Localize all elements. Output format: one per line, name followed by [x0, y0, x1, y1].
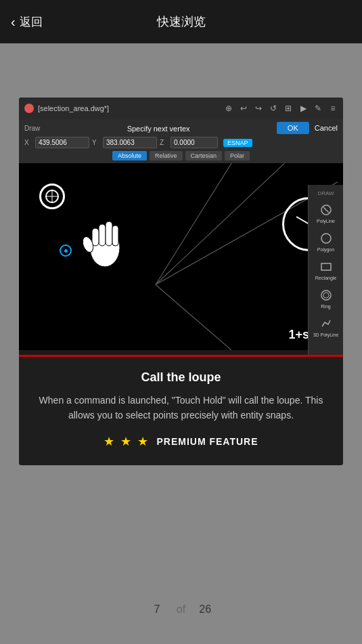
main-content: [selection_area.dwg*] ⊕ ↩ ↪ ↺ ⊞ ▶ ✎ ≡ Dr…: [0, 43, 362, 644]
snap-point-indicator: [60, 244, 72, 257]
premium-label: PREMIUM FEATURE: [156, 436, 258, 447]
svg-rect-7: [112, 226, 118, 246]
grid-icon[interactable]: ⊞: [284, 104, 293, 113]
toolbar-polygon[interactable]: Polygon: [309, 228, 343, 255]
back-arrow-icon: ‹: [11, 14, 16, 30]
svg-rect-5: [99, 224, 106, 246]
svg-line-3: [156, 284, 231, 350]
loupe-icon: [39, 184, 76, 221]
mode-polar[interactable]: Polar: [225, 151, 250, 160]
x-input[interactable]: [35, 137, 89, 148]
toolbar-ring[interactable]: Ring: [309, 284, 343, 312]
info-section: Call the loupe When a command is launche…: [19, 355, 343, 465]
polyline3d-label: 3D PolyLine: [313, 332, 339, 337]
total-pages: 26: [192, 597, 218, 622]
cad-interface: [selection_area.dwg*] ⊕ ↩ ↪ ↺ ⊞ ▶ ✎ ≡ Dr…: [19, 98, 343, 355]
esnap-button[interactable]: ESNAP: [223, 139, 252, 147]
move-icon[interactable]: ⊕: [224, 104, 233, 113]
svg-rect-6: [106, 221, 112, 246]
cad-filename: [selection_area.dwg*]: [38, 104, 220, 112]
redo-icon[interactable]: ↪: [254, 104, 263, 113]
polygon-icon: [318, 230, 334, 246]
nav-title: 快速浏览: [157, 14, 206, 30]
cancel-button[interactable]: Cancel: [315, 122, 338, 134]
draw-label: Draw: [24, 125, 40, 132]
ring-icon: [318, 287, 334, 303]
draw-section-label: Draw: [317, 190, 334, 196]
coord-row: Draw Specify next vertex OK Cancel X Y Z…: [19, 119, 343, 163]
loupe-inner: [45, 190, 59, 203]
polyline-label: PolyLine: [317, 219, 335, 223]
toolbar-polyline3d[interactable]: 3D PolyLine: [309, 313, 343, 340]
svg-rect-13: [321, 263, 331, 270]
mode-relative[interactable]: Relative: [150, 151, 183, 160]
svg-point-15: [323, 293, 329, 298]
cad-toolbar-icons: ⊕ ↩ ↪ ↺ ⊞ ▶ ✎ ≡: [224, 104, 338, 113]
z-input[interactable]: [171, 137, 218, 148]
loupe-crosshair-v: [52, 190, 53, 203]
mode-absolute[interactable]: Absolute: [112, 151, 147, 160]
nav-back-button[interactable]: ‹ 返回: [11, 14, 43, 30]
polyline-icon: [318, 202, 334, 218]
current-page: 7: [144, 597, 170, 622]
info-text: When a command is launched, "Touch Hold"…: [35, 393, 327, 423]
y-label: Y: [92, 139, 100, 146]
menu-icon[interactable]: ≡: [328, 104, 338, 113]
vertex-label: Specify next vertex: [127, 125, 190, 133]
refresh-icon[interactable]: ↺: [269, 104, 278, 113]
ring-label: Ring: [321, 304, 330, 309]
nav-bar: ‹ 返回 快速浏览: [0, 0, 362, 43]
undo-icon[interactable]: ↩: [239, 104, 248, 113]
snap-dot: [64, 249, 68, 253]
pagination: 7 of 26: [0, 597, 362, 622]
x-label: X: [24, 139, 32, 146]
ok-button[interactable]: OK: [277, 122, 309, 134]
polyline3d-icon: [318, 316, 334, 332]
mode-cartesian[interactable]: Cartesian: [185, 151, 223, 160]
loupe-circle: [39, 184, 65, 209]
cad-close-button[interactable]: [24, 104, 34, 113]
page-of-label: of: [177, 603, 185, 616]
info-title: Call the loupe: [35, 370, 327, 385]
cad-drawing: 1+sec Draw PolyLine: [19, 163, 343, 350]
y-input[interactable]: [103, 137, 157, 148]
z-label: Z: [160, 139, 168, 146]
toolbar-rectangle[interactable]: Rectangle: [309, 256, 343, 283]
svg-rect-8: [92, 228, 99, 246]
right-toolbar: Draw PolyLine: [308, 185, 343, 355]
rectangle-icon: [318, 259, 334, 275]
svg-line-11: [323, 207, 329, 213]
svg-point-12: [321, 234, 331, 243]
hand-gesture-icon: [80, 211, 131, 272]
rectangle-label: Rectangle: [315, 276, 337, 280]
polygon-label: Polygon: [317, 247, 334, 252]
tutorial-card: [selection_area.dwg*] ⊕ ↩ ↪ ↺ ⊞ ▶ ✎ ≡ Dr…: [19, 98, 343, 465]
pen-icon[interactable]: ✎: [313, 104, 323, 113]
nav-back-label: 返回: [20, 14, 43, 30]
premium-stars: ★ ★ ★: [104, 434, 150, 449]
svg-point-14: [321, 291, 331, 300]
cad-topbar: [selection_area.dwg*] ⊕ ↩ ↪ ↺ ⊞ ▶ ✎ ≡: [19, 98, 343, 119]
toolbar-polyline[interactable]: PolyLine: [309, 199, 343, 226]
premium-row: ★ ★ ★ PREMIUM FEATURE: [35, 434, 327, 449]
play-icon[interactable]: ▶: [298, 104, 308, 113]
